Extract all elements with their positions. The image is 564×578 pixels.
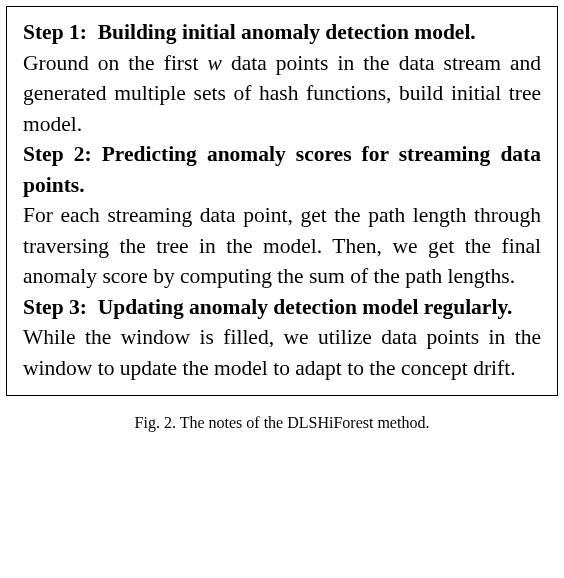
step-1-title-b: Building initial anomaly detection model…: [98, 20, 476, 44]
step-3-body: While the window is filled, we utilize d…: [23, 325, 541, 380]
step-1-body-pre: Ground on the first: [23, 51, 207, 75]
step-2-body: For each streaming data point, get the p…: [23, 203, 541, 288]
figure-caption: Fig. 2. The notes of the DLSHiForest met…: [6, 414, 558, 432]
step-1-var: w: [207, 51, 221, 75]
step-3-title-b: Updating anomaly detection model regular…: [98, 295, 513, 319]
algorithm-box: Step 1: Building initial anomaly detecti…: [6, 6, 558, 396]
step-2-title: Step 2: Predicting anomaly scores for st…: [23, 142, 541, 197]
step-3-title-a: Step 3:: [23, 295, 87, 319]
step-1-title-a: Step 1:: [23, 20, 87, 44]
